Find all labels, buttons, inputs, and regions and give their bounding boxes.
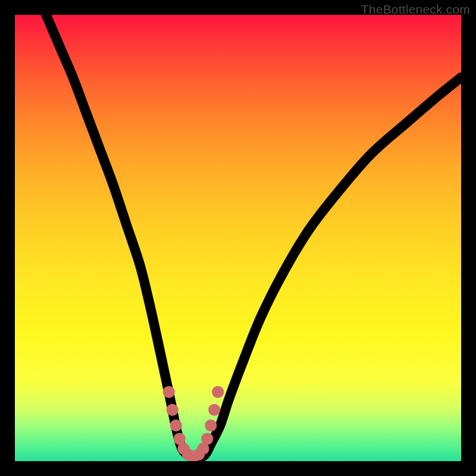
dots-layer xyxy=(15,15,461,461)
trough-dot xyxy=(201,433,213,444)
trough-dot xyxy=(167,404,178,416)
trough-dot xyxy=(212,386,224,398)
attribution-label: TheBottleneck.com xyxy=(361,2,470,17)
trough-dots xyxy=(163,386,224,461)
plot-area xyxy=(15,15,461,461)
trough-dot xyxy=(205,419,217,431)
trough-dot xyxy=(170,419,182,431)
chart-frame: TheBottleneck.com xyxy=(0,0,476,476)
trough-dot xyxy=(163,386,175,398)
trough-dot xyxy=(208,404,220,416)
